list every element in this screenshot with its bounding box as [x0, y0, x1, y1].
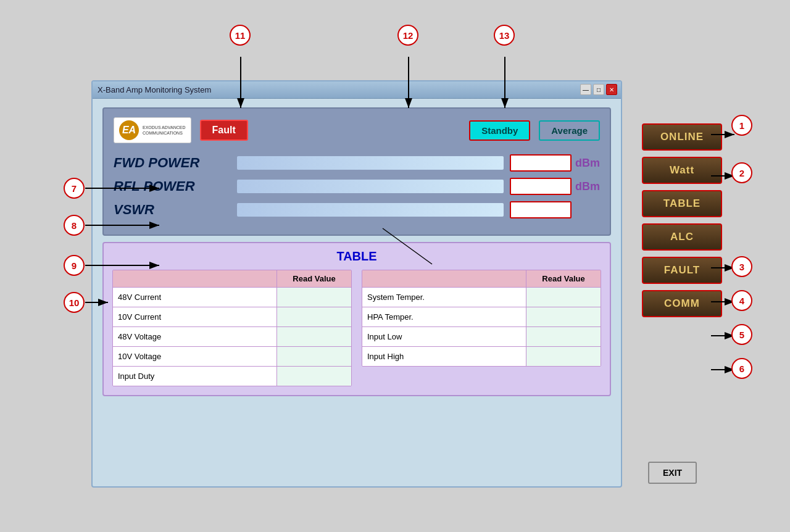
table-row: HPA Temper.: [362, 307, 601, 326]
row-label-input-high: Input High: [362, 347, 526, 366]
callout-11: 11: [230, 25, 251, 46]
table-left-header-label: [113, 270, 277, 287]
callout-10: 10: [64, 292, 85, 313]
row-value-10v-voltage: [277, 347, 351, 366]
table-right-header-label: [362, 270, 526, 287]
callout-4: 4: [731, 290, 752, 311]
rfl-power-row: RFL POWER dBm: [114, 178, 600, 195]
online-button[interactable]: ONLINE: [642, 123, 722, 151]
row-label-input-low: Input Low: [362, 327, 526, 346]
window-controls: — □ ✕: [580, 84, 617, 95]
fault-button[interactable]: FAULT: [642, 257, 722, 284]
minimize-button[interactable]: —: [580, 84, 591, 95]
table-row: System Temper.: [362, 287, 601, 307]
row-value-input-duty: [277, 367, 351, 386]
table-right-inner: Read Value System Temper. HPA Temper. In…: [362, 270, 601, 367]
table-row: 48V Current: [113, 287, 351, 307]
main-window: X-Band Amp Monitoring System — □ ✕ EA EX…: [91, 80, 622, 488]
row-label-10v-voltage: 10V Voltage: [113, 347, 277, 366]
row-value-48v-voltage: [277, 327, 351, 346]
fwd-power-row: FWD POWER dBm: [114, 154, 600, 172]
panel-header: EA EXODUS ADVANCEDCOMMUNICATIONS Fault S…: [114, 117, 600, 143]
callout-13: 13: [494, 25, 515, 46]
table-row: 10V Voltage: [113, 346, 351, 366]
table-row: 10V Current: [113, 307, 351, 326]
rfl-power-value: [510, 178, 572, 195]
table-row: Input High: [362, 346, 601, 366]
table-title: TABLE: [112, 249, 601, 264]
logo-circle: EA: [119, 120, 139, 140]
row-label-48v-voltage: 48V Voltage: [113, 327, 277, 346]
callout-8: 8: [64, 215, 85, 236]
rfl-power-label: RFL POWER: [114, 178, 237, 194]
rfl-power-bar: [237, 180, 504, 193]
callout-1: 1: [731, 115, 752, 136]
callout-7: 7: [64, 178, 85, 199]
row-value-48v-current: [277, 288, 351, 307]
fault-button[interactable]: Fault: [200, 120, 248, 141]
fwd-power-unit: dBm: [575, 157, 600, 170]
standby-button[interactable]: Standby: [469, 120, 530, 141]
alc-button[interactable]: ALC: [642, 223, 722, 251]
table-left: Read Value 48V Current 10V Current 48V V…: [112, 270, 352, 386]
row-value-hpa-temp: [526, 307, 601, 326]
table-right-header: Read Value: [362, 270, 601, 287]
window-title: X-Band Amp Monitoring System: [98, 85, 211, 94]
row-value-system-temp: [526, 288, 601, 307]
table-grid: Read Value 48V Current 10V Current 48V V…: [112, 270, 601, 386]
fwd-power-bar: [237, 156, 504, 170]
row-label-10v-current: 10V Current: [113, 307, 277, 326]
logo-text: EXODUS ADVANCEDCOMMUNICATIONS: [143, 125, 186, 136]
table-right-header-value: Read Value: [526, 270, 601, 287]
table-button[interactable]: TABLE: [642, 190, 722, 217]
table-left-header-value: Read Value: [277, 270, 351, 287]
callout-5: 5: [731, 324, 752, 345]
table-left-header: Read Value: [113, 270, 351, 287]
table-right: Read Value System Temper. HPA Temper. In…: [362, 270, 601, 386]
callout-12: 12: [397, 25, 418, 46]
callout-2: 2: [731, 162, 752, 183]
table-row: Input Low: [362, 326, 601, 346]
row-value-input-low: [526, 327, 601, 346]
fwd-power-value: [510, 154, 572, 172]
callout-6: 6: [731, 358, 752, 379]
row-label-48v-current: 48V Current: [113, 288, 277, 307]
close-button[interactable]: ✕: [606, 84, 617, 95]
table-left-inner: Read Value 48V Current 10V Current 48V V…: [112, 270, 352, 386]
row-label-hpa-temp: HPA Temper.: [362, 307, 526, 326]
row-value-10v-current: [277, 307, 351, 326]
sidebar: ONLINE Watt TABLE ALC FAULT COMM: [642, 123, 722, 317]
callout-9: 9: [64, 255, 85, 276]
top-panel: EA EXODUS ADVANCEDCOMMUNICATIONS Fault S…: [102, 107, 611, 236]
logo-box: EA EXODUS ADVANCEDCOMMUNICATIONS: [114, 117, 191, 143]
fwd-power-label: FWD POWER: [114, 155, 237, 171]
callout-3: 3: [731, 256, 752, 277]
row-label-input-duty: Input Duty: [113, 367, 277, 386]
table-row: Input Duty: [113, 366, 351, 386]
vswr-row: VSWR: [114, 201, 600, 218]
table-row: 48V Voltage: [113, 326, 351, 346]
vswr-bar: [237, 203, 504, 217]
maximize-button[interactable]: □: [593, 84, 604, 95]
vswr-label: VSWR: [114, 202, 237, 218]
row-value-input-high: [526, 347, 601, 366]
comm-button[interactable]: COMM: [642, 290, 722, 317]
row-label-system-temp: System Temper.: [362, 288, 526, 307]
table-panel: TABLE Read Value 48V Current 10V Current: [102, 242, 611, 396]
average-button[interactable]: Average: [539, 120, 600, 141]
exit-button[interactable]: EXIT: [648, 462, 697, 484]
titlebar: X-Band Amp Monitoring System — □ ✕: [93, 81, 621, 99]
watt-button[interactable]: Watt: [642, 157, 722, 184]
vswr-value: [510, 201, 572, 218]
rfl-power-unit: dBm: [575, 180, 600, 193]
